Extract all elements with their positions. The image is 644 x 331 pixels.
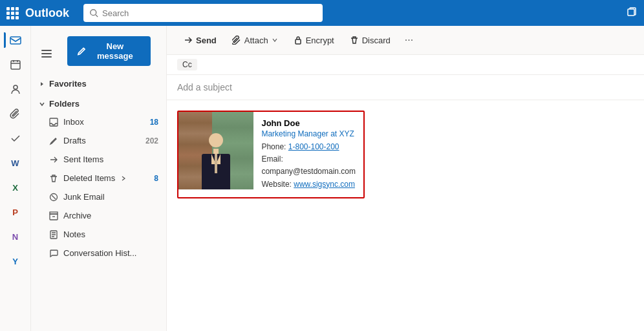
conversation-label: Conversation Hist... bbox=[63, 248, 136, 258]
drafts-label: Drafts bbox=[63, 136, 86, 145]
svg-point-0 bbox=[91, 9, 96, 15]
archive-label: Archive bbox=[63, 211, 91, 220]
folders-section: Folders Inbox 18 Drafts 202 bbox=[31, 94, 166, 264]
sig-website: Website: www.sigsync.com bbox=[261, 178, 356, 191]
website-link[interactable]: www.sigsync.com bbox=[294, 180, 355, 189]
deleted-label: Deleted Items bbox=[63, 173, 115, 183]
phone-link[interactable]: 1-800-100-200 bbox=[288, 142, 339, 151]
rail-onenote[interactable]: N bbox=[4, 225, 27, 248]
cc-label: Cc bbox=[182, 60, 192, 69]
drafts-count: 202 bbox=[145, 136, 158, 145]
inbox-count: 18 bbox=[150, 118, 158, 127]
discard-button[interactable]: Discard bbox=[343, 32, 397, 48]
sidebar-item-sent[interactable]: Sent Items bbox=[31, 150, 166, 169]
icon-rail: W X P N Y bbox=[0, 26, 31, 331]
encrypt-button[interactable]: Encrypt bbox=[287, 32, 341, 48]
send-label: Send bbox=[196, 36, 217, 45]
encrypt-label: Encrypt bbox=[306, 36, 334, 45]
svg-rect-4 bbox=[11, 61, 20, 69]
sidebar: New message Favorites Folders bbox=[31, 26, 167, 331]
chat-icon bbox=[49, 249, 58, 258]
junk-label: Junk Email bbox=[63, 192, 105, 202]
sidebar-item-conversation[interactable]: Conversation Hist... bbox=[31, 244, 166, 262]
app-name: Outlook bbox=[25, 6, 69, 20]
send-button[interactable]: Send bbox=[177, 32, 223, 48]
subject-row[interactable]: Add a subject bbox=[167, 75, 644, 100]
rail-excel[interactable]: X bbox=[4, 176, 27, 199]
phone-label: Phone: bbox=[261, 142, 286, 151]
topbar: Outlook bbox=[0, 0, 644, 26]
email-label: Email: bbox=[261, 155, 283, 164]
rail-yammer[interactable]: Y bbox=[4, 250, 27, 273]
sidebar-item-notes[interactable]: Notes bbox=[31, 225, 166, 244]
sidebar-item-drafts[interactable]: Drafts 202 bbox=[31, 131, 166, 150]
rail-ppt[interactable]: P bbox=[4, 200, 27, 224]
new-message-label: New message bbox=[90, 41, 140, 61]
sent-icon bbox=[49, 155, 58, 164]
email-value: company@testdomain.com bbox=[261, 167, 356, 176]
more-options-button[interactable]: ··· bbox=[400, 31, 418, 49]
encrypt-icon bbox=[294, 36, 303, 45]
signature-photo bbox=[178, 112, 253, 189]
signature-card: John Doe Marketing Manager at XYZ Phone:… bbox=[177, 111, 365, 198]
chevron-down-icon bbox=[39, 101, 45, 107]
sig-email: Email: company@testdomain.com bbox=[261, 153, 356, 178]
svg-rect-2 bbox=[628, 9, 634, 16]
svg-line-1 bbox=[96, 14, 98, 16]
compose-toolbar: Send Attach Encrypt bbox=[167, 26, 644, 55]
attach-chevron-icon bbox=[272, 37, 278, 43]
sidebar-item-junk[interactable]: Junk Email bbox=[31, 187, 166, 206]
svg-rect-9 bbox=[50, 212, 58, 214]
folders-label: Folders bbox=[49, 99, 80, 109]
discard-label: Discard bbox=[362, 36, 391, 45]
rail-people[interactable] bbox=[4, 78, 27, 101]
rail-check[interactable] bbox=[4, 127, 27, 150]
sidebar-item-deleted[interactable]: Deleted Items 8 bbox=[31, 169, 166, 187]
trash-icon bbox=[49, 174, 58, 183]
attach-label: Attach bbox=[244, 36, 268, 45]
svg-point-5 bbox=[14, 85, 17, 89]
rail-calendar[interactable] bbox=[4, 53, 27, 76]
svg-rect-11 bbox=[295, 39, 301, 44]
chevron-right-icon bbox=[39, 81, 45, 87]
sent-label: Sent Items bbox=[63, 155, 103, 164]
rail-attach[interactable] bbox=[4, 102, 27, 125]
favorites-header[interactable]: Favorites bbox=[31, 75, 166, 92]
restore-btn[interactable] bbox=[626, 6, 638, 20]
new-message-button[interactable]: New message bbox=[67, 36, 151, 66]
inbox-icon bbox=[49, 118, 58, 127]
apps-icon[interactable] bbox=[6, 7, 19, 19]
notes-icon bbox=[49, 230, 58, 239]
sig-title: Marketing Manager at XYZ bbox=[261, 129, 356, 138]
favorites-section: Favorites bbox=[31, 74, 166, 94]
cc-row: Cc bbox=[167, 55, 644, 74]
main-layout: W X P N Y New message Favorit bbox=[0, 26, 644, 331]
sig-name: John Doe bbox=[261, 118, 356, 128]
folders-header[interactable]: Folders bbox=[31, 95, 166, 112]
restore-icon bbox=[626, 6, 638, 17]
attach-button[interactable]: Attach bbox=[226, 32, 284, 48]
discard-icon bbox=[350, 36, 359, 45]
svg-rect-3 bbox=[10, 37, 21, 44]
search-icon bbox=[90, 9, 98, 17]
cc-button[interactable]: Cc bbox=[177, 59, 197, 70]
send-icon bbox=[184, 36, 193, 45]
subject-placeholder: Add a subject bbox=[177, 82, 232, 92]
rail-mail[interactable] bbox=[4, 28, 27, 52]
search-bar[interactable] bbox=[83, 4, 323, 22]
compose-icon bbox=[78, 47, 86, 56]
sig-phone: Phone: 1-800-100-200 bbox=[261, 141, 356, 153]
deleted-count: 8 bbox=[154, 174, 158, 183]
compose-body[interactable]: John Doe Marketing Manager at XYZ Phone:… bbox=[167, 100, 644, 331]
app-logo: Outlook bbox=[25, 6, 77, 20]
hamburger-menu[interactable] bbox=[39, 47, 54, 60]
sidebar-item-archive[interactable]: Archive bbox=[31, 206, 166, 225]
archive-icon bbox=[49, 211, 58, 220]
signature-info: John Doe Marketing Manager at XYZ Phone:… bbox=[253, 112, 363, 197]
website-label: Website: bbox=[261, 180, 291, 189]
junk-icon bbox=[49, 193, 58, 202]
search-input[interactable] bbox=[102, 8, 316, 18]
sidebar-item-inbox[interactable]: Inbox 18 bbox=[31, 112, 166, 131]
rail-word[interactable]: W bbox=[4, 151, 27, 175]
drafts-icon bbox=[49, 136, 58, 145]
